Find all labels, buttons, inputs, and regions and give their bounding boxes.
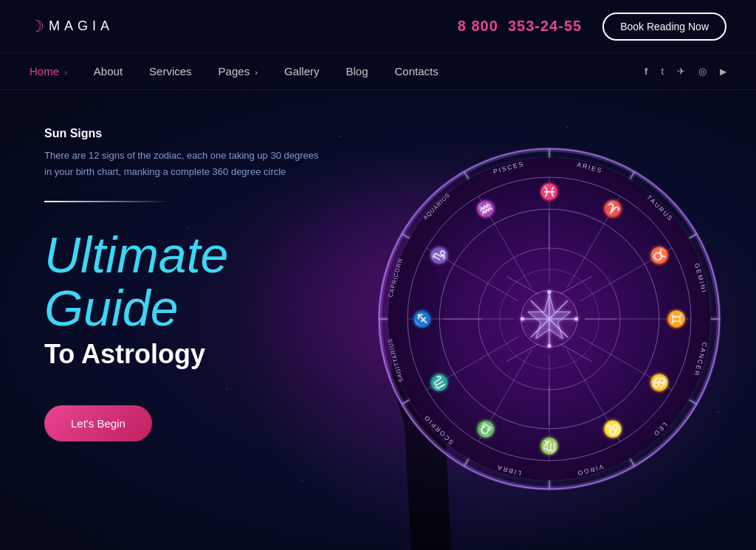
instagram-link[interactable]: ◎ xyxy=(698,66,707,77)
tumblr-link[interactable]: t xyxy=(661,66,664,77)
hero-content: Sun Signs There are 12 signs of the zodi… xyxy=(44,127,325,441)
svg-text:♍: ♍ xyxy=(539,436,559,456)
sun-signs-label: Sun Signs xyxy=(44,127,325,140)
nav-links: Home › About Services Pages › Gallery Bl… xyxy=(30,65,439,78)
phone-prefix: 8 800 xyxy=(458,18,498,34)
telegram-link[interactable]: ✈ xyxy=(677,66,685,77)
zodiac-wheel: PISCES ARIES TAURUS GEMINI CANCER LEO VI… xyxy=(372,142,726,496)
svg-point-38 xyxy=(548,345,551,348)
home-arrow-icon: › xyxy=(64,68,67,77)
social-links: f t ✈ ◎ ▶ xyxy=(645,66,726,77)
svg-text:♓: ♓ xyxy=(540,182,560,202)
lets-begin-button[interactable]: Let's Begin xyxy=(44,405,152,441)
zodiac-wheel-container: PISCES ARIES TAURUS GEMINI CANCER LEO VI… xyxy=(357,105,741,533)
header-right: 8 800 353-24-55 Book Reading Now xyxy=(458,13,726,41)
svg-point-39 xyxy=(521,317,524,320)
svg-text:♊: ♊ xyxy=(667,309,686,329)
youtube-link[interactable]: ▶ xyxy=(720,66,726,77)
hero-title-ultimate: Ultimate Guide xyxy=(44,229,325,334)
sun-signs-description: There are 12 signs of the zodiac, each o… xyxy=(44,148,325,180)
navigation: Home › About Services Pages › Gallery Bl… xyxy=(0,53,756,90)
facebook-link[interactable]: f xyxy=(645,66,647,77)
nav-item-home[interactable]: Home › xyxy=(30,65,67,78)
phone-main: 353-24-55 xyxy=(508,18,582,34)
nav-item-gallery[interactable]: Gallery xyxy=(284,65,320,78)
svg-text:♐: ♐ xyxy=(413,309,432,329)
svg-point-37 xyxy=(548,291,551,294)
nav-item-contacts[interactable]: Contacts xyxy=(395,65,439,78)
pages-arrow-icon: › xyxy=(255,68,258,77)
nav-item-blog[interactable]: Blog xyxy=(346,65,368,78)
phone-number: 8 800 353-24-55 xyxy=(458,18,582,35)
header: ☽ MAGIA 8 800 353-24-55 Book Reading Now xyxy=(0,0,756,53)
logo-moon-icon: ☽ xyxy=(30,18,44,35)
hero-title-astrology: To Astrology xyxy=(44,339,325,370)
book-reading-button[interactable]: Book Reading Now xyxy=(602,13,726,41)
hero-divider xyxy=(44,201,170,202)
nav-item-pages[interactable]: Pages › xyxy=(219,65,258,78)
logo-text: MAGIA xyxy=(49,18,114,34)
logo[interactable]: ☽ MAGIA xyxy=(30,18,114,35)
hero-section: Sun Signs There are 12 signs of the zodi… xyxy=(0,90,756,550)
svg-point-40 xyxy=(575,317,578,320)
nav-item-about[interactable]: About xyxy=(94,65,123,78)
nav-item-services[interactable]: Services xyxy=(149,65,192,78)
